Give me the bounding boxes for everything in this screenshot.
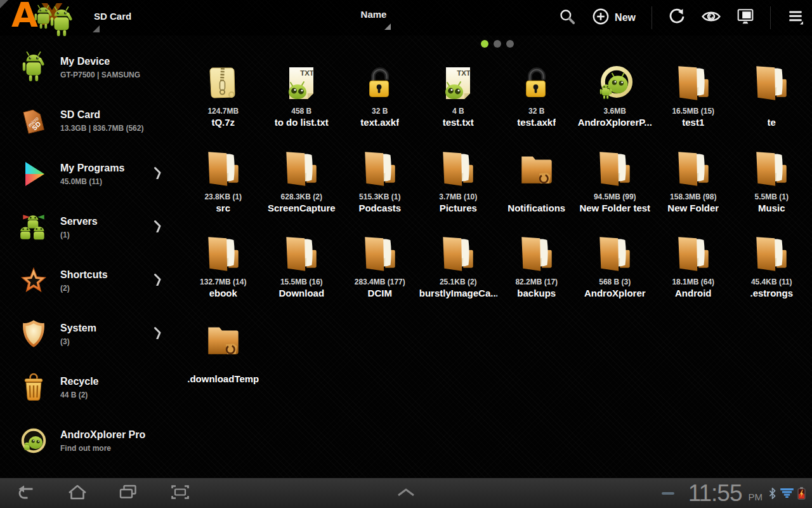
file-name: te [768, 117, 776, 128]
file-tq-7z[interactable]: 124.7MBtQ.7z [184, 56, 263, 142]
file-size: 15.5MB (16) [280, 277, 323, 287]
folder-icon [437, 227, 479, 275]
file-size: 94.5MB (99) [594, 192, 636, 202]
file-size: 3.7MB (10) [439, 192, 477, 202]
shield-icon [17, 317, 50, 351]
sidebar-item-detail: (2) [60, 284, 108, 293]
file-size: 23.8KB (1) [204, 192, 242, 202]
file-te[interactable]: te [733, 56, 811, 142]
file-estrongs[interactable]: 45.4KB (11).estrongs [733, 227, 811, 312]
hide-bar-dash-icon[interactable] [662, 492, 674, 495]
sidebar-item-text: SD Card13.3GB | 836.7MB (562) [60, 109, 143, 133]
file-download[interactable]: 15.5MB (16)Download [263, 227, 341, 312]
file-size: 5.5MB (1) [755, 192, 789, 202]
app-logo[interactable]: X A [3, 0, 93, 36]
sidebar-item-label: SD Card [60, 109, 143, 121]
sidebar-item-label: Recycle [60, 376, 99, 387]
display-mode-button[interactable] [737, 8, 754, 28]
sidebar-item-text: Recycle44 B (2) [60, 376, 99, 399]
display-icon [737, 8, 754, 28]
file-size: 458 B [291, 107, 311, 116]
new-button[interactable]: New [592, 8, 636, 28]
chevron-up-icon[interactable] [396, 488, 416, 499]
file-size: 4 B [452, 107, 464, 116]
file-name: AndroXplorerP... [578, 117, 652, 128]
file-androxplorerp[interactable]: 3.6MBAndroXplorerP... [576, 56, 655, 142]
sort-caret-icon [384, 23, 391, 30]
status-area: 11:55 PM [662, 478, 806, 508]
file-to-do-list-txt[interactable]: TXT 458 Bto do list.txt [263, 56, 341, 142]
file-size: 3.6MB [604, 107, 626, 116]
refresh-button[interactable] [668, 8, 686, 28]
sidebar-item-system[interactable]: System(3) [0, 307, 184, 361]
view-button[interactable] [702, 9, 721, 27]
archive-icon [203, 56, 244, 104]
file-size: 515.3KB (1) [359, 192, 400, 202]
sidebar-item-recycle[interactable]: Recycle44 B (2) [0, 361, 184, 414]
folder-icon [516, 227, 558, 275]
svg-text:TXT: TXT [300, 69, 314, 77]
sidebar-item-sd-card[interactable]: micro SD SD Card13.3GB | 836.7MB (562) [0, 94, 184, 147]
file-name: Android [675, 288, 712, 298]
file-name: src [216, 203, 230, 213]
menu-button[interactable] [787, 8, 804, 28]
sidebar-item-androxplorer-pro[interactable]: AndroXplorer ProFind out more [0, 414, 184, 467]
lock-icon [360, 56, 400, 104]
file-new-folder-test[interactable]: 94.5MB (99)New Folder test [576, 142, 655, 227]
sidebar-item-my-device[interactable]: My DeviceGT-P7500 | SAMSUNG [0, 41, 184, 94]
android-robot-icon [17, 50, 50, 84]
file-pictures[interactable]: 3.7MB (10)Pictures [419, 142, 498, 227]
txt-icon: TXT [281, 56, 322, 104]
folder-icon [359, 227, 401, 275]
folder-icon [750, 142, 792, 190]
file-name: to do list.txt [275, 117, 329, 128]
file-screencapture[interactable]: 628.3KB (2)ScreenCapture [263, 142, 341, 227]
toolbar-actions: New [558, 0, 804, 36]
file-dcim[interactable]: 283.4MB (177)DCIM [341, 227, 419, 312]
file-test-txt[interactable]: TXT 4 Btest.txt [419, 56, 498, 142]
sidebar-item-label: AndroXplorer Pro [60, 429, 145, 441]
sidebar-item-text: Shortcuts(2) [60, 269, 108, 293]
file-androxplorer[interactable]: 568 B (3)AndroXplorer [576, 227, 655, 312]
file-size: 124.7MB [207, 107, 239, 116]
sidebar: My DeviceGT-P7500 | SAMSUNG micro SD SD … [0, 41, 184, 467]
file-new-folder[interactable]: 158.3MB (98)New Folder [654, 142, 733, 227]
search-button[interactable] [558, 8, 576, 28]
file-music[interactable]: 5.5MB (1)Music [733, 142, 811, 227]
file-src[interactable]: 23.8KB (1)src [184, 142, 263, 227]
folder-icon [202, 227, 244, 275]
file-ebook[interactable]: 132.7MB (14)ebook [184, 227, 263, 312]
sidebar-item-my-programs[interactable]: My Programs45.0MB (11) [0, 147, 184, 201]
file-notifications[interactable]: Notifications [497, 142, 576, 227]
sidebar-item-label: My Programs [60, 163, 124, 174]
file-test1[interactable]: 16.5MB (15)test1 [654, 56, 733, 142]
sidebar-item-shortcuts[interactable]: Shortcuts(2) [0, 254, 184, 307]
sort-selector[interactable]: Name [342, 9, 405, 20]
file-size: 283.4MB (177) [355, 277, 405, 287]
file-text-axkf[interactable]: 32 Btext.axkf [341, 56, 419, 142]
sidebar-item-servers[interactable]: Servers(1) [0, 201, 184, 254]
file-size: 16.5MB (15) [672, 107, 714, 116]
file-burstlyimageca[interactable]: 25.1KB (2)burstlyImageCa... [419, 227, 498, 312]
file-name: burstlyImageCa... [419, 288, 497, 298]
folder-icon [359, 142, 401, 190]
file-backups[interactable]: 82.2MB (17)backups [497, 227, 576, 312]
file-name: backups [517, 288, 556, 298]
clock-ampm: PM [749, 491, 763, 502]
sidebar-item-detail: 45.0MB (11) [60, 177, 124, 186]
page-title: SD Card [94, 11, 131, 22]
battery-charging-icon [797, 487, 806, 500]
sidebar-item-label: Servers [60, 216, 98, 227]
file-podcasts[interactable]: 515.3KB (1)Podcasts [341, 142, 419, 227]
folder-icon [280, 142, 322, 190]
sidebar-item-detail: Find out more [60, 444, 145, 453]
servers-icon [17, 210, 50, 244]
folder-icon [594, 142, 636, 190]
page-dot [506, 40, 514, 48]
wifi-icon [780, 488, 794, 498]
file-android[interactable]: 18.1MB (64)Android [654, 227, 733, 312]
folder-icon [280, 227, 322, 275]
file-size: 18.1MB (64) [672, 277, 714, 287]
file-downloadtemp[interactable]: .downloadTemp [184, 312, 263, 398]
file-test-axkf[interactable]: 32 Btest.axkf [497, 56, 576, 142]
